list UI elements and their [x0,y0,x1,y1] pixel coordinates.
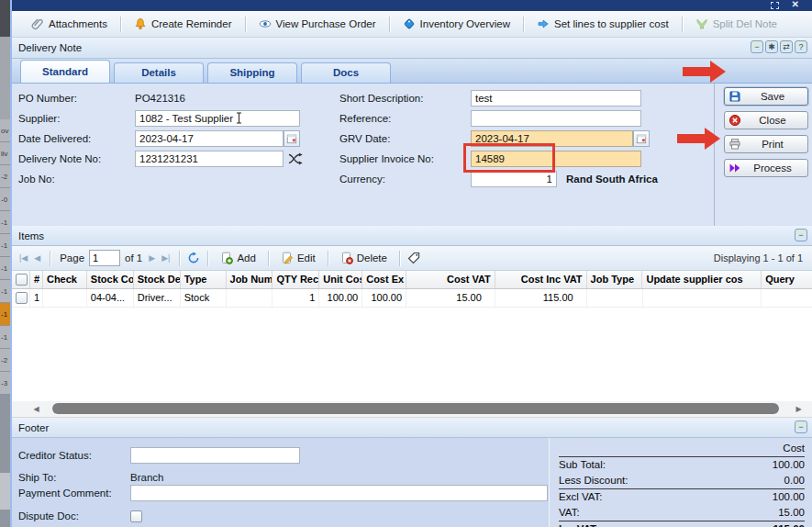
inventory-overview-button[interactable]: Inventory Overview [395,15,518,33]
short-description-input[interactable] [471,90,641,107]
date-delivered-label: Date Delivered: [18,130,91,147]
col-type[interactable]: Type [181,271,227,288]
payment-comment-input[interactable] [130,485,548,501]
subtotal-row: Sub Total: 100.00 [559,457,805,473]
dispute-doc-checkbox[interactable] [130,510,142,522]
tab-shipping[interactable]: Shipping [207,62,297,83]
edit-line-button[interactable]: Edit [276,250,320,266]
inc-vat-row: Inc VAT: 115.00 [559,521,805,527]
col-select-all[interactable] [12,271,30,288]
strip-fragment-highlighted: -1 [0,303,10,326]
process-button[interactable]: Process [724,159,808,177]
excl-vat-label: Excl VAT: [559,490,603,504]
maximize-icon[interactable] [771,2,779,9]
creditor-status-input[interactable] [130,447,300,464]
close-window-icon[interactable]: ✕ [792,0,799,10]
totals-column-header: Cost [559,441,805,457]
refresh-icon[interactable] [187,252,200,264]
next-page-icon[interactable]: ▶ [147,253,157,263]
scroll-right-icon[interactable]: ▶ [791,401,806,417]
date-delivered-calendar-button[interactable] [284,130,300,147]
table-row[interactable]: 1 04-04... Driver... Stock 1 100.00 100.… [12,289,812,308]
col-job-number[interactable]: Job Numb [227,271,273,288]
minimize-panel-button[interactable]: − [751,40,763,53]
currency-input[interactable] [471,171,557,187]
job-no-label: Job No: [18,171,55,187]
footer-body: Creditor Status: Ship To: Branch Payment… [12,438,812,527]
col-cost-inc-vat[interactable]: Cost Inc VAT [495,271,587,288]
col-update-supplier-cost[interactable]: Update supplier cos [642,271,762,288]
save-label: Save [741,91,804,102]
print-button[interactable]: Print [724,135,808,153]
bell-icon [134,17,147,30]
cell-query [762,289,812,307]
prev-page-icon[interactable]: ◀ [32,253,42,263]
view-purchase-order-button[interactable]: View Purchase Order [250,15,384,33]
collapse-items-button[interactable]: − [795,229,807,241]
col-query[interactable]: Query [762,271,812,288]
tag-icon[interactable] [407,252,420,264]
settings-button[interactable]: ✱ [765,40,778,53]
calendar-icon [636,133,647,144]
col-qty-received[interactable]: QTY Rece [273,271,319,288]
date-delivered-input[interactable] [135,130,284,147]
collapse-footer-button[interactable]: − [795,420,807,433]
col-stock-code[interactable]: Stock Cod [87,271,134,288]
col-rownum[interactable]: # [30,271,43,288]
col-unit-cost[interactable]: Unit Cost [319,271,362,288]
delete-line-button[interactable]: Delete [336,250,392,266]
help-button[interactable]: ? [795,40,807,53]
eye-icon [259,17,272,30]
toolbar-separator [120,17,121,32]
tab-standard[interactable]: Standard [20,60,110,83]
split-icon [695,17,708,30]
add-icon [220,252,233,264]
strip-bottom [0,395,10,527]
toolbar-separator [682,17,683,32]
tab-docs[interactable]: Docs [301,62,391,83]
vat-value: 15.00 [778,506,805,520]
first-page-icon[interactable]: |◀ [17,253,29,263]
close-button[interactable]: Close [724,111,808,129]
top-toolbar: Attachments Create Reminder View Purchas… [12,11,812,38]
add-line-button[interactable]: Add [216,250,260,266]
creditor-status-label: Creditor Status: [18,447,92,464]
set-lines-supplier-cost-button[interactable]: Set lines to supplier cost [528,15,677,33]
background-window-strip: ov liv -2 -0 -1 -1 -1 -1 -1 -1 -2 -3 [0,0,10,527]
row-checkbox[interactable] [16,292,28,304]
select-all-checkbox[interactable] [16,274,28,286]
page-number-input[interactable] [89,250,120,266]
edit-label: Edit [297,252,316,264]
save-button[interactable]: Save [724,87,808,106]
refresh-panel-button[interactable]: ⇄ [780,40,793,53]
last-page-icon[interactable]: ▶| [160,253,172,263]
delivery-note-no-input[interactable] [135,151,284,167]
short-description-label: Short Description: [339,90,423,107]
col-cost-ex-vat[interactable]: Cost Ex V [362,271,406,288]
close-label: Close [741,115,804,126]
reference-input[interactable] [471,110,641,127]
grv-date-calendar-button[interactable] [633,130,650,147]
close-icon [729,114,741,127]
supplier-input[interactable] [135,110,300,127]
strip-fragment: liv [0,142,10,165]
arrow-right-icon [537,17,550,30]
toolbar-separator [389,17,390,32]
col-cost-vat[interactable]: Cost VAT [406,271,495,288]
subtotal-label: Sub Total: [559,458,606,472]
horizontal-scrollbar[interactable]: ◀ ▶ [12,401,812,418]
col-check[interactable]: Check [43,271,87,288]
add-label: Add [237,252,255,264]
col-job-type[interactable]: Job Type [587,271,643,288]
attachments-button[interactable]: Attachments [23,15,116,33]
col-stock-desc[interactable]: Stock Des [134,271,181,288]
ship-to-label: Ship To: [18,469,56,486]
scrollbar-thumb[interactable] [52,403,779,414]
tab-details[interactable]: Details [114,62,204,83]
create-reminder-button[interactable]: Create Reminder [126,15,240,33]
generate-number-button[interactable] [287,151,306,167]
scroll-left-icon[interactable]: ◀ [28,401,44,417]
toolbar-separator [50,251,50,266]
ship-to-value: Branch [130,469,163,486]
strip-fragment: -1 [0,326,10,349]
